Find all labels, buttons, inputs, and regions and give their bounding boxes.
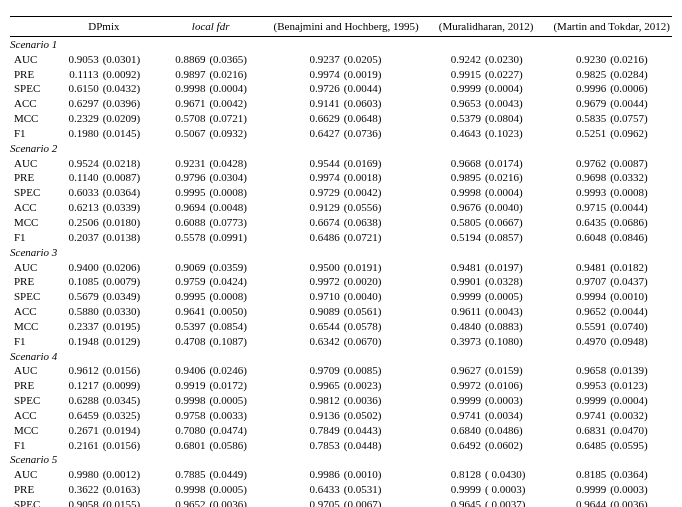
metric-label: MCC (10, 423, 58, 438)
value-cell: 0.9671 (165, 96, 208, 111)
se-cell: (0.0042) (342, 185, 421, 200)
value-cell: 0.4840 (436, 319, 483, 334)
value-cell: 0.9758 (165, 408, 208, 423)
se-cell: (0.0205) (342, 52, 421, 67)
se-cell: (0.0123) (608, 378, 672, 393)
se-cell: (0.0364) (608, 467, 672, 482)
se-cell: (0.0092) (101, 67, 150, 82)
se-cell: (0.0396) (101, 96, 150, 111)
value-cell: 0.9698 (551, 170, 608, 185)
se-cell: (0.0195) (101, 319, 150, 334)
value-cell: 0.9726 (272, 81, 342, 96)
value-cell: 0.5397 (165, 319, 208, 334)
se-cell: (0.0349) (101, 289, 150, 304)
value-cell: 0.9759 (165, 274, 208, 289)
se-cell: (0.0209) (101, 111, 150, 126)
se-cell: (0.0036) (207, 497, 256, 507)
value-cell: 0.6342 (272, 334, 342, 349)
se-cell: (0.0163) (101, 482, 150, 497)
value-cell: 0.9544 (272, 156, 342, 171)
value-cell: 0.9707 (551, 274, 608, 289)
se-cell: (0.0773) (207, 215, 256, 230)
se-cell: (0.0648) (342, 111, 421, 126)
value-cell: 0.9996 (551, 81, 608, 96)
se-cell: (0.0325) (101, 408, 150, 423)
value-cell: 0.9141 (272, 96, 342, 111)
value-cell: 0.9231 (165, 156, 208, 171)
value-cell: 0.9999 (436, 81, 483, 96)
value-cell: 0.9645 (436, 497, 483, 507)
scenario-label: Scenario 2 (10, 141, 672, 156)
value-cell: 0.9710 (272, 289, 342, 304)
se-cell: (0.0443) (342, 423, 421, 438)
se-cell: (0.0087) (608, 156, 672, 171)
value-cell: 0.1217 (58, 378, 101, 393)
se-cell: (0.1087) (207, 334, 256, 349)
se-cell: (0.0721) (207, 111, 256, 126)
metric-label: SPEC (10, 497, 58, 507)
se-cell: ( 0.0003) (483, 482, 536, 497)
value-cell: 0.1948 (58, 334, 101, 349)
metric-label: SPEC (10, 81, 58, 96)
metric-label: F1 (10, 438, 58, 453)
se-cell: (0.0561) (342, 304, 421, 319)
value-cell: 0.9653 (436, 96, 483, 111)
value-cell: 0.5578 (165, 230, 208, 245)
metric-label: MCC (10, 111, 58, 126)
value-cell: 0.5067 (165, 126, 208, 141)
value-cell: 0.9895 (436, 170, 483, 185)
se-cell: (0.0667) (483, 215, 536, 230)
value-cell: 0.6048 (551, 230, 608, 245)
value-cell: 0.9705 (272, 497, 342, 507)
se-cell: (0.0180) (101, 215, 150, 230)
metric-label: AUC (10, 52, 58, 67)
value-cell: 0.1085 (58, 274, 101, 289)
se-cell: (0.0182) (608, 260, 672, 275)
value-cell: 0.9974 (272, 170, 342, 185)
value-cell: 0.5591 (551, 319, 608, 334)
metric-label: SPEC (10, 185, 58, 200)
metric-label: MCC (10, 215, 58, 230)
se-cell: (0.0424) (207, 274, 256, 289)
se-cell: (0.0359) (207, 260, 256, 275)
value-cell: 0.6297 (58, 96, 101, 111)
se-cell: (0.0449) (207, 467, 256, 482)
value-cell: 0.9058 (58, 497, 101, 507)
se-cell: (0.0432) (101, 81, 150, 96)
value-cell: 0.6288 (58, 393, 101, 408)
value-cell: 0.9652 (551, 304, 608, 319)
value-cell: 0.9694 (165, 200, 208, 215)
value-cell: 0.9729 (272, 185, 342, 200)
value-cell: 0.7080 (165, 423, 208, 438)
se-cell: (0.0043) (483, 96, 536, 111)
value-cell: 0.9998 (436, 185, 483, 200)
value-cell: 0.2671 (58, 423, 101, 438)
se-cell: (0.0470) (608, 423, 672, 438)
value-cell: 0.6427 (272, 126, 342, 141)
se-cell: (0.0284) (608, 67, 672, 82)
se-cell: (0.0169) (342, 156, 421, 171)
metric-label: PRE (10, 170, 58, 185)
se-cell: (0.0139) (608, 363, 672, 378)
value-cell: 0.9998 (165, 81, 208, 96)
se-cell: (0.0486) (483, 423, 536, 438)
value-cell: 0.9611 (436, 304, 483, 319)
value-cell: 0.9652 (165, 497, 208, 507)
value-cell: 0.9999 (436, 393, 483, 408)
se-cell: (0.0044) (608, 200, 672, 215)
metric-label: F1 (10, 334, 58, 349)
value-cell: 0.9679 (551, 96, 608, 111)
se-cell: (0.0230) (483, 52, 536, 67)
se-cell: (0.0246) (207, 363, 256, 378)
results-table: DPmixlocal fdr(Benajmini and Hochberg, 1… (10, 16, 672, 507)
se-cell: (0.0129) (101, 334, 150, 349)
value-cell: 0.4970 (551, 334, 608, 349)
se-cell: (0.0033) (207, 408, 256, 423)
se-cell: (0.0437) (608, 274, 672, 289)
se-cell: (0.0048) (207, 200, 256, 215)
value-cell: 0.9641 (165, 304, 208, 319)
metric-label: AUC (10, 156, 58, 171)
metric-label: ACC (10, 96, 58, 111)
se-cell: (0.0991) (207, 230, 256, 245)
value-cell: 0.6840 (436, 423, 483, 438)
